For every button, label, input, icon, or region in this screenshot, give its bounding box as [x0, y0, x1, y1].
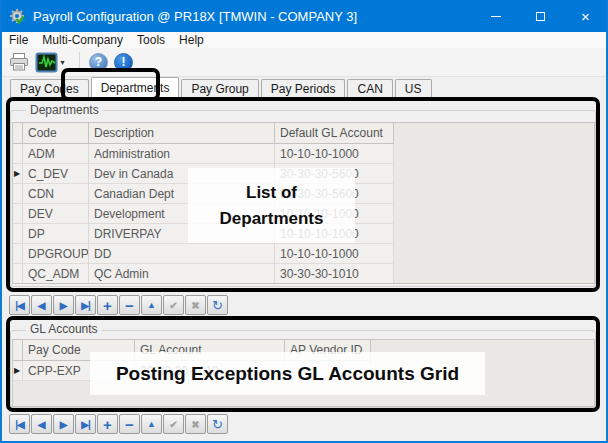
row-filler: [394, 224, 594, 244]
cell-code[interactable]: DEV: [23, 204, 89, 224]
table-row[interactable]: DP DRIVERPAY 10-10-10-1000: [13, 224, 594, 244]
col-default-gl-account[interactable]: Default GL Account: [275, 123, 394, 144]
row-indicator: [13, 264, 23, 284]
maximize-icon: [536, 12, 545, 21]
cell-gl[interactable]: 30-30-30-5600: [275, 164, 394, 184]
nav-insert-button[interactable]: +: [97, 295, 118, 315]
cell-ap-vendor-id[interactable]: [285, 361, 371, 381]
nav-prior-button[interactable]: ◀: [31, 295, 52, 315]
row-indicator: [13, 204, 23, 224]
nav-edit-button[interactable]: ▲: [141, 295, 162, 315]
table-row-current[interactable]: ▶ C_DEV Dev in Canada 30-30-30-5600: [13, 164, 594, 184]
cell-description[interactable]: Development: [89, 204, 275, 224]
row-filler: [394, 244, 594, 264]
table-row[interactable]: QC_ADM QC Admin 30-30-30-1010: [13, 264, 594, 284]
departments-group-label: Departments: [26, 103, 103, 117]
print-icon: [9, 53, 29, 71]
nav-post-button[interactable]: ✔: [163, 414, 184, 434]
tab-can[interactable]: CAN: [347, 79, 392, 98]
col-ap-vendor-id[interactable]: AP Vendor ID: [285, 340, 371, 361]
nav-refresh-button[interactable]: ↻: [207, 414, 228, 434]
nav-delete-button[interactable]: −: [119, 414, 140, 434]
table-row[interactable]: DEV Development 10-10-10-1000: [13, 204, 594, 224]
row-filler: [394, 204, 594, 224]
print-button[interactable]: [6, 49, 32, 75]
nav-next-button[interactable]: ▶: [53, 414, 74, 434]
table-row[interactable]: ADM Administration 10-10-10-1000: [13, 144, 594, 164]
cell-description[interactable]: Canadian Dept: [89, 184, 275, 204]
header-filler: [371, 340, 594, 361]
nav-last-button[interactable]: ▶|: [75, 295, 96, 315]
menu-multi-company[interactable]: Multi-Company: [35, 32, 130, 48]
cell-pay-code[interactable]: CPP-EXP: [23, 361, 135, 381]
departments-grid: Code Description Default GL Account ADM …: [12, 122, 595, 284]
nav-next-button[interactable]: ▶: [53, 295, 74, 315]
monitor-button[interactable]: ▼: [32, 49, 73, 75]
cell-description[interactable]: DD: [89, 244, 275, 264]
payroll-configuration-window: Payroll Configuration @ PR18X [TMWIN - C…: [0, 0, 608, 443]
cell-description[interactable]: DRIVERPAY: [89, 224, 275, 244]
cell-gl[interactable]: 30-30-30-1010: [275, 264, 394, 284]
close-button[interactable]: ×: [563, 0, 608, 32]
cell-gl[interactable]: 10-10-10-1000: [275, 224, 394, 244]
current-record-arrow-icon: ▶: [14, 164, 20, 184]
cell-gl[interactable]: 30-30-30-5600: [275, 184, 394, 204]
maximize-button[interactable]: [518, 0, 563, 32]
tab-pay-periods[interactable]: Pay Periods: [261, 79, 346, 98]
nav-delete-button[interactable]: −: [119, 295, 140, 315]
nav-post-button[interactable]: ✔: [163, 295, 184, 315]
nav-last-button[interactable]: ▶|: [75, 414, 96, 434]
window-controls: ×: [473, 0, 608, 32]
departments-navigator: |◀ ◀ ▶ ▶| + − ▲ ✔ ✖ ↻: [9, 295, 228, 315]
cell-code[interactable]: ADM: [23, 144, 89, 164]
nav-insert-button[interactable]: +: [97, 414, 118, 434]
nav-cancel-button[interactable]: ✖: [185, 295, 206, 315]
menu-file[interactable]: File: [2, 32, 35, 48]
row-indicator: [13, 244, 23, 264]
tab-pay-codes[interactable]: Pay Codes: [10, 79, 89, 98]
row-indicator-header: [13, 123, 23, 144]
about-icon: !: [121, 55, 125, 69]
col-gl-account[interactable]: GL Account: [135, 340, 285, 361]
nav-prior-button[interactable]: ◀: [31, 414, 52, 434]
cell-description[interactable]: Dev in Canada: [89, 164, 275, 184]
table-row[interactable]: CDN Canadian Dept 30-30-30-5600: [13, 184, 594, 204]
menu-tools[interactable]: Tools: [130, 32, 172, 48]
menu-help[interactable]: Help: [172, 32, 211, 48]
cell-gl[interactable]: 10-10-10-1000: [275, 144, 394, 164]
cell-description[interactable]: Administration: [89, 144, 275, 164]
table-row-current[interactable]: ▶ CPP-EXP 30-30-30-1010: [13, 361, 594, 381]
cell-code[interactable]: DPGROUP: [23, 244, 89, 264]
minimize-button[interactable]: [473, 0, 518, 32]
cell-gl[interactable]: 10-10-10-1000: [275, 244, 394, 264]
row-filler: [394, 144, 594, 164]
monitor-dropdown-icon[interactable]: ▼: [58, 59, 70, 66]
nav-first-button[interactable]: |◀: [9, 414, 30, 434]
col-pay-code[interactable]: Pay Code: [23, 340, 135, 361]
cell-gl-account[interactable]: 30-30-30-1010: [135, 361, 285, 381]
nav-edit-button[interactable]: ▲: [141, 414, 162, 434]
tab-departments[interactable]: Departments: [91, 77, 180, 98]
row-filler: [394, 164, 594, 184]
row-indicator: ▶: [13, 164, 23, 184]
nav-refresh-button[interactable]: ↻: [207, 295, 228, 315]
tab-pay-group[interactable]: Pay Group: [181, 79, 258, 98]
nav-first-button[interactable]: |◀: [9, 295, 30, 315]
nav-cancel-button[interactable]: ✖: [185, 414, 206, 434]
col-description[interactable]: Description: [89, 123, 275, 144]
tab-bar: Pay Codes Departments Pay Group Pay Peri…: [10, 78, 434, 98]
minimize-icon: [491, 16, 501, 17]
gl-accounts-group-label: GL Accounts: [26, 322, 102, 336]
cell-description[interactable]: QC Admin: [89, 264, 275, 284]
current-record-arrow-icon: ▶: [14, 361, 20, 381]
col-code[interactable]: Code: [23, 123, 89, 144]
about-button[interactable]: !: [114, 53, 133, 72]
help-button[interactable]: ?: [89, 53, 108, 72]
cell-code[interactable]: C_DEV: [23, 164, 89, 184]
table-row[interactable]: DPGROUP DD 10-10-10-1000: [13, 244, 594, 264]
cell-gl[interactable]: 10-10-10-1000: [275, 204, 394, 224]
tab-us[interactable]: US: [395, 79, 432, 98]
cell-code[interactable]: QC_ADM: [23, 264, 89, 284]
cell-code[interactable]: CDN: [23, 184, 89, 204]
cell-code[interactable]: DP: [23, 224, 89, 244]
